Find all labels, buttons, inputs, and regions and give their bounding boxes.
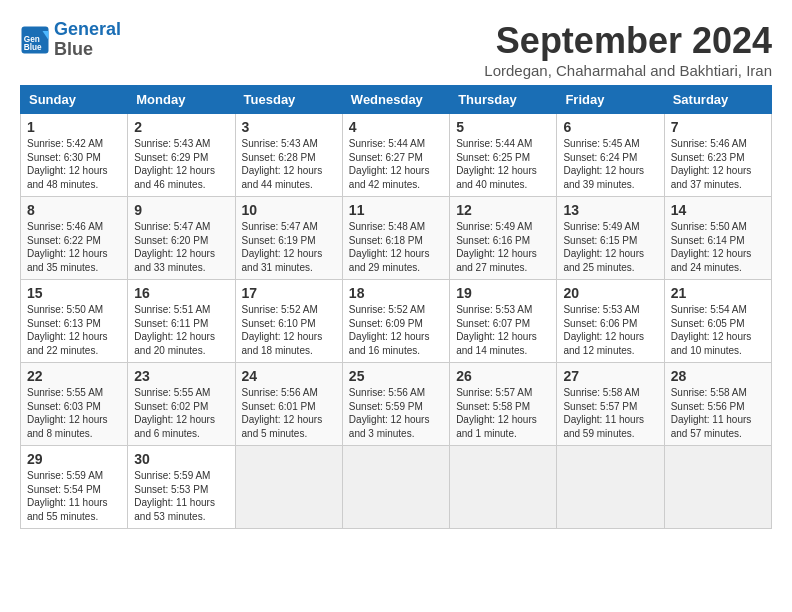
- calendar-cell: 25Sunrise: 5:56 AMSunset: 5:59 PMDayligh…: [342, 363, 449, 446]
- cell-info: Sunrise: 5:59 AMSunset: 5:53 PMDaylight:…: [134, 469, 228, 523]
- day-number: 29: [27, 451, 121, 467]
- cell-info: Sunrise: 5:47 AMSunset: 6:19 PMDaylight:…: [242, 220, 336, 274]
- day-number: 3: [242, 119, 336, 135]
- calendar-cell: 14Sunrise: 5:50 AMSunset: 6:14 PMDayligh…: [664, 197, 771, 280]
- day-number: 7: [671, 119, 765, 135]
- cell-info: Sunrise: 5:54 AMSunset: 6:05 PMDaylight:…: [671, 303, 765, 357]
- cell-info: Sunrise: 5:52 AMSunset: 6:09 PMDaylight:…: [349, 303, 443, 357]
- calendar-cell: 17Sunrise: 5:52 AMSunset: 6:10 PMDayligh…: [235, 280, 342, 363]
- calendar-cell: 11Sunrise: 5:48 AMSunset: 6:18 PMDayligh…: [342, 197, 449, 280]
- calendar-cell: 10Sunrise: 5:47 AMSunset: 6:19 PMDayligh…: [235, 197, 342, 280]
- calendar-cell: 15Sunrise: 5:50 AMSunset: 6:13 PMDayligh…: [21, 280, 128, 363]
- day-number: 6: [563, 119, 657, 135]
- calendar-cell: 13Sunrise: 5:49 AMSunset: 6:15 PMDayligh…: [557, 197, 664, 280]
- cell-info: Sunrise: 5:49 AMSunset: 6:15 PMDaylight:…: [563, 220, 657, 274]
- calendar-cell: 6Sunrise: 5:45 AMSunset: 6:24 PMDaylight…: [557, 114, 664, 197]
- week-row-4: 22Sunrise: 5:55 AMSunset: 6:03 PMDayligh…: [21, 363, 772, 446]
- day-number: 10: [242, 202, 336, 218]
- cell-info: Sunrise: 5:43 AMSunset: 6:29 PMDaylight:…: [134, 137, 228, 191]
- cell-info: Sunrise: 5:50 AMSunset: 6:13 PMDaylight:…: [27, 303, 121, 357]
- cell-info: Sunrise: 5:44 AMSunset: 6:25 PMDaylight:…: [456, 137, 550, 191]
- calendar-body: 1Sunrise: 5:42 AMSunset: 6:30 PMDaylight…: [21, 114, 772, 529]
- calendar-cell: 21Sunrise: 5:54 AMSunset: 6:05 PMDayligh…: [664, 280, 771, 363]
- day-number: 14: [671, 202, 765, 218]
- calendar-cell: 9Sunrise: 5:47 AMSunset: 6:20 PMDaylight…: [128, 197, 235, 280]
- title-block: September 2024 Lordegan, Chaharmahal and…: [484, 20, 772, 79]
- page-header: Gen Blue General Blue September 2024 Lor…: [20, 20, 772, 79]
- day-number: 30: [134, 451, 228, 467]
- day-number: 15: [27, 285, 121, 301]
- calendar-cell: [664, 446, 771, 529]
- cell-info: Sunrise: 5:58 AMSunset: 5:57 PMDaylight:…: [563, 386, 657, 440]
- cell-info: Sunrise: 5:43 AMSunset: 6:28 PMDaylight:…: [242, 137, 336, 191]
- day-number: 24: [242, 368, 336, 384]
- calendar-cell: 23Sunrise: 5:55 AMSunset: 6:02 PMDayligh…: [128, 363, 235, 446]
- day-number: 25: [349, 368, 443, 384]
- header-monday: Monday: [128, 86, 235, 114]
- calendar-cell: 27Sunrise: 5:58 AMSunset: 5:57 PMDayligh…: [557, 363, 664, 446]
- cell-info: Sunrise: 5:45 AMSunset: 6:24 PMDaylight:…: [563, 137, 657, 191]
- calendar-cell: 30Sunrise: 5:59 AMSunset: 5:53 PMDayligh…: [128, 446, 235, 529]
- month-title: September 2024: [484, 20, 772, 62]
- calendar-cell: 1Sunrise: 5:42 AMSunset: 6:30 PMDaylight…: [21, 114, 128, 197]
- calendar-cell: 16Sunrise: 5:51 AMSunset: 6:11 PMDayligh…: [128, 280, 235, 363]
- day-number: 11: [349, 202, 443, 218]
- header-sunday: Sunday: [21, 86, 128, 114]
- cell-info: Sunrise: 5:56 AMSunset: 6:01 PMDaylight:…: [242, 386, 336, 440]
- day-number: 23: [134, 368, 228, 384]
- day-number: 13: [563, 202, 657, 218]
- cell-info: Sunrise: 5:57 AMSunset: 5:58 PMDaylight:…: [456, 386, 550, 440]
- cell-info: Sunrise: 5:52 AMSunset: 6:10 PMDaylight:…: [242, 303, 336, 357]
- calendar-cell: 2Sunrise: 5:43 AMSunset: 6:29 PMDaylight…: [128, 114, 235, 197]
- cell-info: Sunrise: 5:47 AMSunset: 6:20 PMDaylight:…: [134, 220, 228, 274]
- calendar-cell: 8Sunrise: 5:46 AMSunset: 6:22 PMDaylight…: [21, 197, 128, 280]
- day-number: 27: [563, 368, 657, 384]
- calendar-cell: 29Sunrise: 5:59 AMSunset: 5:54 PMDayligh…: [21, 446, 128, 529]
- header-saturday: Saturday: [664, 86, 771, 114]
- cell-info: Sunrise: 5:46 AMSunset: 6:23 PMDaylight:…: [671, 137, 765, 191]
- day-number: 20: [563, 285, 657, 301]
- calendar-cell: 5Sunrise: 5:44 AMSunset: 6:25 PMDaylight…: [450, 114, 557, 197]
- day-number: 8: [27, 202, 121, 218]
- subtitle: Lordegan, Chaharmahal and Bakhtiari, Ira…: [484, 62, 772, 79]
- day-number: 4: [349, 119, 443, 135]
- calendar-cell: 26Sunrise: 5:57 AMSunset: 5:58 PMDayligh…: [450, 363, 557, 446]
- logo-icon: Gen Blue: [20, 25, 50, 55]
- calendar-cell: [235, 446, 342, 529]
- calendar-cell: 22Sunrise: 5:55 AMSunset: 6:03 PMDayligh…: [21, 363, 128, 446]
- calendar-table: SundayMondayTuesdayWednesdayThursdayFrid…: [20, 85, 772, 529]
- logo-text: General Blue: [54, 20, 121, 60]
- day-number: 2: [134, 119, 228, 135]
- calendar-cell: 4Sunrise: 5:44 AMSunset: 6:27 PMDaylight…: [342, 114, 449, 197]
- day-number: 18: [349, 285, 443, 301]
- calendar-header-row: SundayMondayTuesdayWednesdayThursdayFrid…: [21, 86, 772, 114]
- cell-info: Sunrise: 5:44 AMSunset: 6:27 PMDaylight:…: [349, 137, 443, 191]
- day-number: 12: [456, 202, 550, 218]
- cell-info: Sunrise: 5:50 AMSunset: 6:14 PMDaylight:…: [671, 220, 765, 274]
- day-number: 1: [27, 119, 121, 135]
- cell-info: Sunrise: 5:46 AMSunset: 6:22 PMDaylight:…: [27, 220, 121, 274]
- calendar-cell: 3Sunrise: 5:43 AMSunset: 6:28 PMDaylight…: [235, 114, 342, 197]
- cell-info: Sunrise: 5:53 AMSunset: 6:07 PMDaylight:…: [456, 303, 550, 357]
- cell-info: Sunrise: 5:53 AMSunset: 6:06 PMDaylight:…: [563, 303, 657, 357]
- cell-info: Sunrise: 5:56 AMSunset: 5:59 PMDaylight:…: [349, 386, 443, 440]
- day-number: 9: [134, 202, 228, 218]
- calendar-cell: 7Sunrise: 5:46 AMSunset: 6:23 PMDaylight…: [664, 114, 771, 197]
- week-row-1: 1Sunrise: 5:42 AMSunset: 6:30 PMDaylight…: [21, 114, 772, 197]
- cell-info: Sunrise: 5:51 AMSunset: 6:11 PMDaylight:…: [134, 303, 228, 357]
- week-row-5: 29Sunrise: 5:59 AMSunset: 5:54 PMDayligh…: [21, 446, 772, 529]
- header-wednesday: Wednesday: [342, 86, 449, 114]
- calendar-cell: 20Sunrise: 5:53 AMSunset: 6:06 PMDayligh…: [557, 280, 664, 363]
- cell-info: Sunrise: 5:48 AMSunset: 6:18 PMDaylight:…: [349, 220, 443, 274]
- calendar-cell: 12Sunrise: 5:49 AMSunset: 6:16 PMDayligh…: [450, 197, 557, 280]
- calendar-cell: [450, 446, 557, 529]
- day-number: 22: [27, 368, 121, 384]
- week-row-2: 8Sunrise: 5:46 AMSunset: 6:22 PMDaylight…: [21, 197, 772, 280]
- cell-info: Sunrise: 5:42 AMSunset: 6:30 PMDaylight:…: [27, 137, 121, 191]
- day-number: 19: [456, 285, 550, 301]
- header-friday: Friday: [557, 86, 664, 114]
- calendar-cell: 19Sunrise: 5:53 AMSunset: 6:07 PMDayligh…: [450, 280, 557, 363]
- week-row-3: 15Sunrise: 5:50 AMSunset: 6:13 PMDayligh…: [21, 280, 772, 363]
- day-number: 17: [242, 285, 336, 301]
- day-number: 26: [456, 368, 550, 384]
